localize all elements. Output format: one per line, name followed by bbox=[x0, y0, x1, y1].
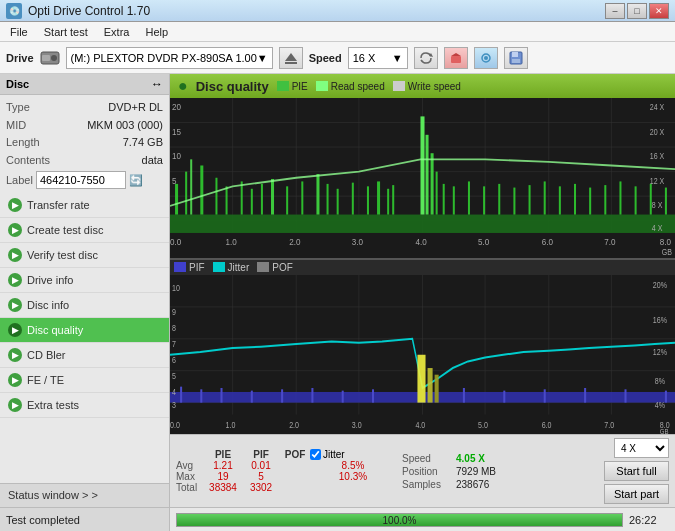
svg-text:6: 6 bbox=[172, 354, 176, 364]
svg-text:16 X: 16 X bbox=[650, 152, 665, 162]
legend-read-speed-color bbox=[316, 81, 328, 91]
drive-selector[interactable]: (M:) PLEXTOR DVDR PX-890SA 1.00 ▼ bbox=[66, 47, 273, 69]
label-refresh-icon[interactable]: 🔄 bbox=[129, 172, 143, 190]
avg-jitter: 8.5% bbox=[310, 460, 396, 471]
svg-marker-3 bbox=[285, 53, 297, 61]
progress-text: 100.0% bbox=[177, 514, 622, 528]
svg-rect-51 bbox=[443, 184, 445, 215]
col-pie: PIE bbox=[204, 449, 242, 460]
menu-start-test[interactable]: Start test bbox=[38, 24, 94, 40]
max-label: Max bbox=[176, 471, 204, 482]
sidebar-item-create-test-disc[interactable]: ▶ Create test disc bbox=[0, 218, 169, 243]
svg-text:0.0: 0.0 bbox=[170, 419, 180, 429]
svg-rect-36 bbox=[271, 179, 274, 215]
svg-text:5.0: 5.0 bbox=[478, 236, 489, 247]
svg-rect-29 bbox=[190, 159, 192, 214]
col-jitter: Jitter bbox=[310, 449, 396, 460]
svg-rect-58 bbox=[544, 181, 546, 214]
erase-button[interactable] bbox=[444, 47, 468, 69]
progress-bar-container: 100.0% bbox=[176, 513, 623, 527]
cd-bler-icon: ▶ bbox=[8, 348, 22, 362]
max-pof bbox=[280, 471, 310, 482]
speed-stat-label: Speed bbox=[402, 453, 452, 464]
disc-refresh-icon[interactable]: ↔ bbox=[151, 77, 163, 91]
sidebar-item-extra-tests[interactable]: ▶ Extra tests bbox=[0, 393, 169, 418]
samples-value: 238676 bbox=[456, 479, 489, 490]
sidebar-item-fe-te[interactable]: ▶ FE / TE bbox=[0, 368, 169, 393]
label-input[interactable] bbox=[36, 171, 126, 189]
position-label: Position bbox=[402, 466, 452, 477]
sidebar-item-cd-bler[interactable]: ▶ CD Bler bbox=[0, 343, 169, 368]
svg-rect-39 bbox=[316, 174, 319, 214]
svg-rect-42 bbox=[352, 183, 354, 215]
max-jitter: 10.3% bbox=[310, 471, 396, 482]
close-button[interactable]: ✕ bbox=[649, 3, 669, 19]
svg-text:4.0: 4.0 bbox=[415, 419, 425, 429]
avg-pof bbox=[280, 460, 310, 471]
legend-pie-label: PIE bbox=[292, 81, 308, 92]
svg-rect-43 bbox=[367, 186, 369, 214]
svg-rect-28 bbox=[185, 172, 187, 215]
svg-text:10: 10 bbox=[172, 283, 180, 293]
extra-tests-icon: ▶ bbox=[8, 398, 22, 412]
svg-text:2.0: 2.0 bbox=[289, 419, 299, 429]
transfer-rate-icon: ▶ bbox=[8, 198, 22, 212]
svg-rect-44 bbox=[377, 181, 380, 214]
svg-rect-116 bbox=[665, 390, 667, 402]
menu-help[interactable]: Help bbox=[139, 24, 174, 40]
refresh-button[interactable] bbox=[414, 47, 438, 69]
status-window-button[interactable]: Status window > > bbox=[0, 483, 169, 507]
legend-write-speed-label: Write speed bbox=[408, 81, 461, 92]
svg-rect-48 bbox=[426, 135, 429, 215]
eject-button[interactable] bbox=[279, 47, 303, 69]
svg-rect-46 bbox=[392, 185, 394, 214]
jitter-checkbox[interactable] bbox=[310, 449, 321, 460]
svg-rect-100 bbox=[417, 354, 425, 402]
sidebar-item-disc-quality[interactable]: ▶ Disc quality bbox=[0, 318, 169, 343]
start-part-button[interactable]: Start part bbox=[604, 484, 669, 504]
speed-selector[interactable]: 16 X ▼ bbox=[348, 47, 408, 69]
svg-text:20 X: 20 X bbox=[650, 127, 665, 137]
svg-rect-4 bbox=[285, 62, 297, 64]
elapsed-time: 26:22 bbox=[629, 514, 669, 526]
sidebar-item-disc-info[interactable]: ▶ Disc info bbox=[0, 293, 169, 318]
total-pie: 38384 bbox=[204, 482, 242, 493]
window-controls: – □ ✕ bbox=[605, 3, 669, 19]
sidebar-item-transfer-rate[interactable]: ▶ Transfer rate bbox=[0, 193, 169, 218]
svg-rect-60 bbox=[574, 184, 576, 215]
drive-label: Drive bbox=[6, 52, 34, 64]
svg-rect-35 bbox=[261, 184, 263, 215]
fe-te-label: FE / TE bbox=[27, 374, 64, 386]
sidebar-item-verify-test-disc[interactable]: ▶ Verify test disc bbox=[0, 243, 169, 268]
charts-container: 20 15 10 5 0.0 1.0 2.0 3.0 4.0 5.0 6.0 7… bbox=[170, 98, 675, 507]
menu-file[interactable]: File bbox=[4, 24, 34, 40]
right-panel: ● Disc quality PIE Read speed Write spee… bbox=[170, 74, 675, 507]
svg-text:GB: GB bbox=[660, 427, 669, 434]
minimize-button[interactable]: – bbox=[605, 3, 625, 19]
app-title: Opti Drive Control 1.70 bbox=[28, 4, 150, 18]
svg-rect-57 bbox=[529, 185, 531, 214]
svg-rect-12 bbox=[512, 59, 520, 63]
scan-speed-dropdown[interactable]: 4 X bbox=[614, 438, 669, 458]
save-button[interactable] bbox=[504, 47, 528, 69]
stats-row: PIE PIF POF Jitter Avg 1.21 0.01 8.5% bbox=[170, 434, 675, 507]
sidebar-item-drive-info[interactable]: ▶ Drive info bbox=[0, 268, 169, 293]
settings-button[interactable] bbox=[474, 47, 498, 69]
total-pif: 3302 bbox=[242, 482, 280, 493]
transfer-rate-label: Transfer rate bbox=[27, 199, 90, 211]
pif-legend-color bbox=[174, 262, 186, 272]
bottom-chart-svg: 10 9 8 7 6 5 4 3 0.0 1.0 2.0 3.0 4.0 5.0 bbox=[170, 275, 675, 435]
svg-rect-27 bbox=[175, 184, 178, 215]
menu-extra[interactable]: Extra bbox=[98, 24, 136, 40]
svg-rect-52 bbox=[453, 186, 455, 214]
svg-rect-26 bbox=[170, 215, 675, 233]
svg-rect-30 bbox=[200, 165, 203, 214]
start-full-button[interactable]: Start full bbox=[604, 461, 669, 481]
svg-text:5: 5 bbox=[172, 370, 176, 380]
svg-text:16%: 16% bbox=[653, 314, 668, 324]
stats-table: PIE PIF POF Jitter Avg 1.21 0.01 8.5% bbox=[176, 449, 396, 493]
svg-text:20: 20 bbox=[172, 102, 181, 113]
svg-point-1 bbox=[51, 55, 57, 61]
maximize-button[interactable]: □ bbox=[627, 3, 647, 19]
max-pie: 19 bbox=[204, 471, 242, 482]
